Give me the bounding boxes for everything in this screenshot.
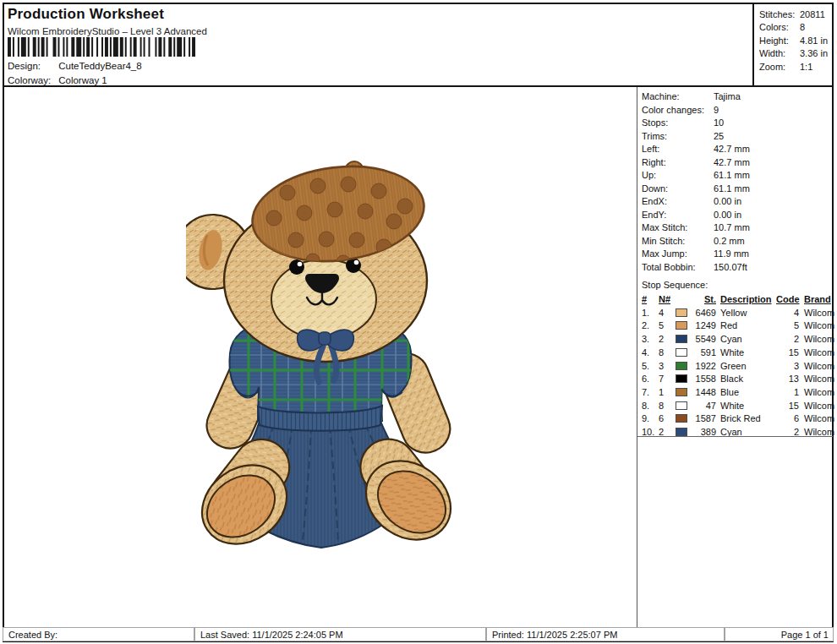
footer-last-saved: Last Saved: 11/1/2025 2:24:05 PM xyxy=(194,627,486,641)
thread-color-swatch xyxy=(676,321,687,330)
page-title: Production Worksheet xyxy=(8,6,207,23)
stat-label: Width: xyxy=(759,47,800,60)
stat-value: 8 xyxy=(800,21,829,34)
thread-color-swatch xyxy=(676,401,687,410)
stop-sequence-label: Stop Sequence: xyxy=(642,279,832,292)
stop-sequence-row: 3.25549Cyan2Wilcom xyxy=(642,333,832,347)
thread-color-swatch xyxy=(676,348,687,357)
machine-info-row: Machine:Tajima xyxy=(642,90,832,104)
production-worksheet-page: Production Worksheet Wilcom EmbroiderySt… xyxy=(0,0,837,644)
teddy-bear-graphic xyxy=(186,159,470,556)
stop-sequence-endline xyxy=(637,436,833,437)
machine-info-row: Stops:10 xyxy=(642,117,832,130)
thread-color-swatch xyxy=(676,374,687,383)
machine-info-row: Trims:25 xyxy=(642,130,832,144)
machine-info-panel: Machine:Tajima Color changes:9 Stops:10 … xyxy=(637,89,832,627)
thread-color-swatch xyxy=(676,362,687,370)
stop-sequence-row: 9.61587Brick Red6Wilcom xyxy=(642,412,832,426)
stat-row: Stitches:20811 xyxy=(759,8,829,21)
stop-sequence-row: 6.71558Black13Wilcom xyxy=(642,373,832,386)
machine-info-row: EndY:0.00 in xyxy=(642,209,832,222)
thread-color-swatch xyxy=(676,414,687,423)
machine-info-row: Right:42.7 mm xyxy=(642,156,832,170)
design-value: CuteTeddyBear4_8 xyxy=(58,61,141,71)
machine-info-row: Color changes:9 xyxy=(642,104,832,117)
header: Production Worksheet Wilcom EmbroiderySt… xyxy=(3,3,834,87)
machine-info-row: Total Bobbin:150.07ft xyxy=(642,261,832,275)
machine-info-row: Max Stitch:10.7 mm xyxy=(642,221,832,235)
stat-label: Stitches: xyxy=(759,8,800,21)
stat-row: Width:3.36 in xyxy=(759,47,829,60)
stop-sequence-row: 8.847White15Wilcom xyxy=(642,400,832,413)
stop-sequence-table: # N# St. Description Code Brand 1.46469Y… xyxy=(642,293,832,439)
stop-sequence-row: 2.51249Red5Wilcom xyxy=(642,319,832,333)
barcode-icon xyxy=(8,37,197,57)
design-preview-area xyxy=(4,89,637,627)
design-label: Design: xyxy=(8,61,56,71)
header-left: Production Worksheet Wilcom EmbroiderySt… xyxy=(8,6,207,36)
stop-sequence-row: 7.11448Blue1Wilcom xyxy=(642,386,832,400)
thread-color-swatch xyxy=(676,388,687,396)
header-stats-box: Stitches:20811 Colors:8 Height:4.81 in W… xyxy=(752,4,832,85)
stat-row: Colors:8 xyxy=(759,21,829,34)
machine-info-row: Left:42.7 mm xyxy=(642,143,832,156)
machine-info-row: Max Jump:11.9 mm xyxy=(642,248,832,261)
machine-info-row: Min Stitch:0.2 mm xyxy=(642,235,832,248)
design-barcode xyxy=(8,37,197,57)
stat-label: Height: xyxy=(759,35,800,47)
footer-created-by: Created By: xyxy=(3,627,194,641)
machine-info-row: Down:61.1 mm xyxy=(642,183,832,196)
stat-value: 1:1 xyxy=(800,61,829,74)
stat-label: Zoom: xyxy=(759,61,800,74)
colorway-row: Colorway: Colorway 1 xyxy=(8,75,107,85)
colorway-value: Colorway 1 xyxy=(58,75,107,85)
thread-color-swatch xyxy=(676,335,687,343)
stop-sequence-row: 5.31922Green3Wilcom xyxy=(642,360,832,374)
stat-row: Zoom:1:1 xyxy=(759,61,829,74)
colorway-label: Colorway: xyxy=(8,75,56,85)
machine-info-row: EndX:0.00 in xyxy=(642,195,832,209)
machine-info-row: Up:61.1 mm xyxy=(642,169,832,183)
design-row: Design: CuteTeddyBear4_8 xyxy=(8,61,142,71)
stop-sequence-row: 1.46469Yellow4Wilcom xyxy=(642,307,832,320)
stop-sequence-row: 10.2389Cyan2Wilcom xyxy=(642,426,832,439)
stat-value: 4.81 in xyxy=(800,35,829,47)
stat-row: Height:4.81 in xyxy=(759,35,829,47)
thread-color-swatch xyxy=(676,308,687,317)
app-subtitle: Wilcom EmbroideryStudio – Level 3 Advanc… xyxy=(8,26,207,36)
stop-sequence-header: # N# St. Description Code Brand xyxy=(642,293,832,307)
footer-printed: Printed: 11/1/2025 2:25:07 PM xyxy=(486,627,725,641)
stat-value: 3.36 in xyxy=(800,47,829,60)
stop-sequence-row: 4.8591White15Wilcom xyxy=(642,347,832,360)
footer-page-number: Page 1 of 1 xyxy=(725,627,834,641)
stat-label: Colors: xyxy=(759,21,800,34)
thread-color-swatch xyxy=(676,428,687,436)
stat-value: 20811 xyxy=(800,8,829,21)
